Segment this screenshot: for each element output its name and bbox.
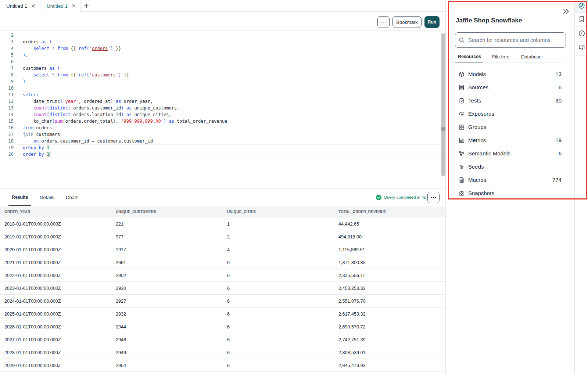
- close-icon[interactable]: [31, 4, 35, 8]
- resource-item-snapshots[interactable]: Snapshots: [446, 187, 575, 200]
- resource-count: 13: [555, 71, 562, 77]
- strip-button-bookmark[interactable]: [575, 13, 588, 27]
- strip-button-compass[interactable]: [575, 0, 588, 13]
- code-text: customers as (: [23, 65, 60, 72]
- splitter-grip[interactable]: [441, 127, 446, 131]
- resource-label: Semantic Models: [468, 150, 510, 157]
- code-line-7[interactable]: 7customers as (: [0, 65, 441, 72]
- code-line-14[interactable]: 14 count(distinct orders.location_id) as…: [0, 111, 441, 118]
- resource-label: Seeds: [468, 163, 484, 170]
- code-line-4[interactable]: 4 select * from {{ ref('orders') }}: [0, 45, 441, 52]
- table-row[interactable]: 2023-01-01T00:00:00.000Z293062,453,253.3…: [0, 282, 445, 295]
- ellipsis-icon: [381, 22, 386, 23]
- table-row[interactable]: 2025-01-01T00:00:00.000Z293262,617,453.3…: [0, 308, 445, 320]
- resource-item-metrics[interactable]: Metrics19: [446, 134, 575, 147]
- code-line-2[interactable]: 2: [0, 32, 441, 39]
- code-line-20[interactable]: 20order by 1: [0, 151, 441, 158]
- table-cell: 2,845,473.93: [338, 359, 366, 372]
- code-line-17[interactable]: 17join customers: [0, 131, 441, 138]
- table-cell: 2025-01-01T00:00:00.000Z: [4, 308, 61, 320]
- sql-editor[interactable]: 23orders as (4 select * from {{ ref('ord…: [0, 31, 441, 188]
- resource-item-models[interactable]: Models13: [446, 68, 575, 81]
- resource-item-semantic-models[interactable]: Semantic Models6: [446, 147, 575, 160]
- code-line-12[interactable]: 12 date_trunc('year', ordered_at) as ord…: [0, 98, 441, 105]
- close-icon[interactable]: [72, 4, 76, 8]
- line-number: 13: [0, 105, 14, 111]
- table-cell: 2020-01-01T00:00:00.000Z: [4, 243, 61, 256]
- search-input[interactable]: [468, 37, 566, 43]
- table-cell: 2,617,453.32: [338, 308, 366, 320]
- tab-untitled-2-active[interactable]: Untitled 1: [40, 0, 81, 12]
- table-row[interactable]: 2018-01-01T00:00:00.000Z221144,442.65: [0, 217, 445, 230]
- table-cell: 2,808,539.01: [338, 346, 366, 359]
- table-cell: 1917: [116, 243, 126, 256]
- table-row[interactable]: 2019-01-01T00:00:00.000Z9772494,818.00: [0, 230, 445, 243]
- compass-icon: [578, 2, 585, 11]
- column-header-total_order_revenue[interactable]: TOTAL_ORDER_REVENUE: [338, 206, 386, 218]
- new-tab-plus-icon[interactable]: [84, 4, 89, 8]
- code-line-6[interactable]: 6: [0, 58, 441, 65]
- table-cell: 1: [227, 217, 230, 230]
- line-number: 14: [0, 111, 14, 118]
- code-line-13[interactable]: 13 count(distinct orders.customer_id) as…: [0, 105, 441, 111]
- table-row[interactable]: 2020-01-01T00:00:00.000Z191741,115,869.5…: [0, 243, 445, 256]
- column-header-order_year[interactable]: ORDER_YEAR: [4, 206, 30, 218]
- scrollbar-thumb[interactable]: [441, 33, 446, 176]
- code-line-3[interactable]: 3orders as (: [0, 39, 441, 45]
- dbt-studio-app: Untitled 1 Untitled 1 Bookmark Run 23ord…: [0, 0, 588, 374]
- collapse-sidebar-icon[interactable]: [562, 7, 570, 15]
- sidebar-tab-resources[interactable]: Resources: [458, 54, 481, 59]
- results-tab-details[interactable]: Details: [40, 188, 54, 206]
- table-row[interactable]: 2028-01-01T00:00:00.000Z294962,808,539.0…: [0, 346, 445, 359]
- column-header-unique_customers[interactable]: UNIQUE_CUSTOMERS: [116, 206, 156, 218]
- table-cell: 2930: [116, 282, 126, 295]
- code-text: from orders: [23, 125, 52, 131]
- bookmark-button[interactable]: Bookmark: [392, 16, 422, 28]
- right-icon-strip: [574, 0, 588, 374]
- code-line-16[interactable]: 16from orders: [0, 125, 441, 131]
- code-line-5[interactable]: 5),: [0, 52, 441, 58]
- resource-item-groups[interactable]: Groups: [446, 121, 575, 134]
- table-cell: 2018-01-01T00:00:00.000Z: [4, 217, 61, 230]
- resource-item-sources[interactable]: Sources6: [446, 81, 575, 94]
- editor-scrollbar[interactable]: [441, 30, 445, 188]
- table-row[interactable]: 2024-01-01T00:00:00.000Z292762,551,076.7…: [0, 295, 445, 308]
- table-row[interactable]: 2026-01-01T00:00:00.000Z294462,690,570.7…: [0, 320, 445, 333]
- resource-item-tests[interactable]: Tests30: [446, 94, 575, 107]
- resource-item-seeds[interactable]: Seeds: [446, 160, 575, 173]
- table-row[interactable]: 2029-01-01T00:00:00.000Z295462,845,473.9…: [0, 359, 445, 372]
- code-line-18[interactable]: 18 on orders.customer_id = customers.cus…: [0, 138, 441, 144]
- line-number: 17: [0, 131, 14, 138]
- results-tab-results[interactable]: Results: [12, 188, 28, 206]
- code-line-19[interactable]: 19group by 1: [0, 144, 441, 151]
- results-more-button[interactable]: [427, 192, 440, 203]
- table-cell: 494,818.00: [338, 230, 362, 243]
- line-number: 20: [0, 151, 14, 158]
- resource-item-exposures[interactable]: Exposures: [446, 107, 575, 121]
- run-button[interactable]: Run: [424, 16, 440, 28]
- column-header-unique_cities[interactable]: UNIQUE_CITIES: [227, 206, 256, 218]
- sidebar-search[interactable]: [455, 32, 566, 48]
- results-tab-chart[interactable]: Chart: [66, 188, 78, 206]
- resource-item-macros[interactable]: Macros774: [446, 173, 575, 187]
- table-row[interactable]: 2021-01-01T00:00:00.000Z266161,871,800.8…: [0, 256, 445, 269]
- strip-button-clock[interactable]: [575, 27, 588, 42]
- table-cell: 2021-01-01T00:00:00.000Z: [4, 256, 61, 269]
- code-line-15[interactable]: 15 to_char(sum(orders.order_total), '999…: [0, 118, 441, 125]
- resource-count: 19: [555, 137, 562, 143]
- table-cell: 6: [227, 346, 230, 359]
- sidebar-tab-database[interactable]: Database: [521, 54, 542, 60]
- code-line-11[interactable]: 11select: [0, 91, 441, 98]
- tab-label: Untitled 1: [47, 3, 68, 9]
- line-number: 18: [0, 138, 14, 144]
- code-line-10[interactable]: 10: [0, 85, 441, 91]
- table-row[interactable]: 2027-01-01T00:00:00.000Z294662,742,751.3…: [0, 333, 445, 346]
- strip-button-comment-sparkle[interactable]: [575, 42, 588, 56]
- editor-more-button[interactable]: [377, 16, 390, 28]
- tab-untitled-1[interactable]: Untitled 1: [0, 0, 40, 12]
- resource-count: 6: [559, 150, 562, 157]
- code-line-9[interactable]: 9): [0, 78, 441, 85]
- code-line-8[interactable]: 8 select * from {{ ref('customers') }}: [0, 72, 441, 78]
- table-row[interactable]: 2022-01-01T00:00:00.000Z290262,325,556.1…: [0, 269, 445, 282]
- sidebar-tab-file-tree[interactable]: File tree: [492, 54, 509, 60]
